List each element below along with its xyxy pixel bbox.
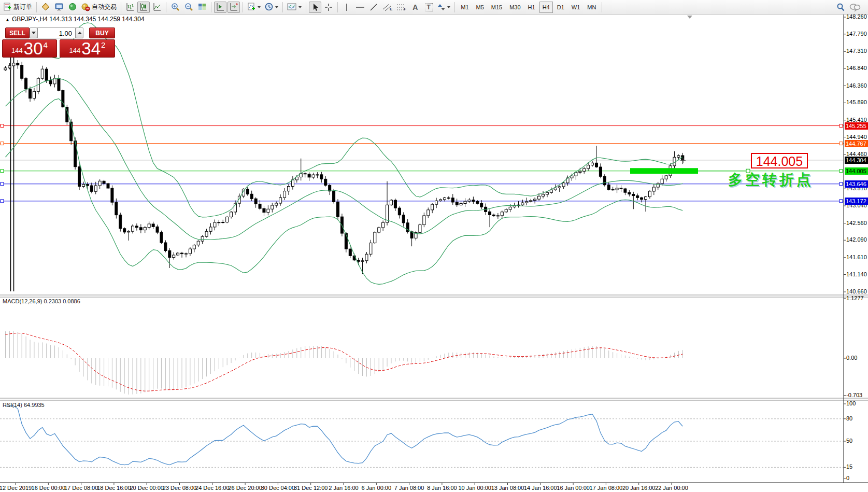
candles-group <box>4 47 684 291</box>
time-axis-label: 20 Jan 16:00 <box>622 485 656 491</box>
chart-shift-button[interactable] <box>227 2 240 13</box>
timeframe-button-m30[interactable]: M30 <box>506 2 523 13</box>
time-axis-label: 31 Dec 12:00 <box>294 485 328 491</box>
main-chart-canvas[interactable] <box>0 15 868 492</box>
time-axis-label: 7 Jan 08:00 <box>394 485 424 491</box>
volume-increment-button[interactable] <box>76 27 83 38</box>
bollinger-middle-band <box>6 79 683 240</box>
timeframe-button-h4[interactable]: H4 <box>539 2 553 13</box>
symbol-timeframe: GBPJPY-,H4 <box>12 16 48 23</box>
price-tick-label: 146.360 <box>846 82 867 89</box>
rsi-axis-label: 0 <box>846 475 849 481</box>
bollinger-lower-band <box>6 99 683 284</box>
timeframe-button-mn[interactable]: MN <box>584 2 599 13</box>
price-tag-144.304: 144.304 <box>845 157 868 164</box>
text-tool-button[interactable]: A <box>409 2 421 13</box>
volume-decrement-button[interactable] <box>30 27 37 38</box>
chat-bubbles-icon <box>849 3 861 12</box>
fibonacci-tool-button[interactable]: F <box>395 2 408 13</box>
bar-chart-mode-button[interactable] <box>124 2 136 13</box>
sell-button-label: SELL <box>9 30 25 37</box>
auto-trading-label: 自动交易 <box>92 3 117 11</box>
timeframe-button-m1[interactable]: M1 <box>458 2 472 13</box>
price-tick-label: 144.940 <box>846 134 867 140</box>
timeframe-button-w1[interactable]: W1 <box>568 2 584 13</box>
new-order-label: 新订单 <box>13 3 32 11</box>
separator <box>337 2 338 12</box>
new-order-button[interactable]: 新订单 <box>2 2 34 13</box>
tile-windows-button[interactable] <box>196 2 208 13</box>
channel-tool-button[interactable]: E <box>381 2 394 13</box>
separator <box>121 2 121 12</box>
templates-button[interactable] <box>286 2 303 13</box>
strategy-tester-button[interactable] <box>66 2 79 13</box>
price-tick-label: 147.790 <box>846 31 867 37</box>
line-chart-icon <box>153 3 162 11</box>
separator <box>243 2 243 12</box>
price-tick-label: 142.560 <box>846 220 867 226</box>
candlestick-mode-button[interactable] <box>137 2 150 13</box>
volume-input[interactable]: 1.00 <box>37 27 76 38</box>
time-axis-label: 17 Jan 08:00 <box>590 485 623 491</box>
time-axis-label: 20 Dec 00:00 <box>130 485 163 491</box>
timeframe-group: M1M5M15M30H1H4D1W1MN <box>457 2 600 13</box>
buy-price-display[interactable]: 144 34 2 <box>60 39 115 58</box>
symbol-info-line[interactable]: ▲GBPJPY-,H4 144.313 144.345 144.259 144.… <box>5 16 145 23</box>
auto-scroll-button[interactable] <box>214 2 226 13</box>
buy-button[interactable]: BUY <box>89 27 115 38</box>
macd-axis-label: 1.1277 <box>846 295 864 301</box>
chat-button[interactable] <box>848 2 862 13</box>
vertical-line-icon <box>343 3 350 11</box>
time-axis-label: 12 Dec 2019 <box>0 485 32 491</box>
text-label-tool-button[interactable]: T <box>422 2 435 13</box>
zoom-out-button[interactable] <box>182 2 195 13</box>
chart-area[interactable]: ▲GBPJPY-,H4 144.313 144.345 144.259 144.… <box>0 15 868 492</box>
trendline-tool-button[interactable] <box>367 2 380 13</box>
channel-glyph: E <box>390 7 392 11</box>
sell-price-display[interactable]: 144 30 4 <box>2 39 57 58</box>
macd-label-name: MACD(12,26,9) <box>3 298 42 304</box>
collapse-arrow-icon[interactable]: ▲ <box>5 17 10 22</box>
terminal-button[interactable] <box>53 2 65 13</box>
crosshair-icon <box>324 3 333 11</box>
timeframe-button-h1[interactable]: H1 <box>525 2 538 13</box>
timeframe-button-m5[interactable]: M5 <box>473 2 487 13</box>
price-tag-145.255: 145.255 <box>845 122 868 130</box>
buy-price-main: 34 <box>81 41 101 56</box>
text-label-icon: T <box>425 3 433 11</box>
chart-shift-marker-icon[interactable] <box>687 16 692 19</box>
horizontal-line-tool-button[interactable] <box>354 2 366 13</box>
ohlc-readout: 144.313 144.345 144.259 144.304 <box>49 16 145 23</box>
time-axis-label: 2 Jan 16:00 <box>329 485 359 491</box>
crosshair-tool-button[interactable] <box>322 2 335 13</box>
indicators-button[interactable] <box>246 2 262 13</box>
vertical-line-tool-button[interactable] <box>340 2 353 13</box>
time-axis-label: 18 Dec 16:00 <box>97 485 131 491</box>
price-annotation-box[interactable]: 144.005 <box>751 153 808 168</box>
bollinger-bands-group <box>6 23 683 285</box>
arrow-objects-icon <box>437 3 446 11</box>
periods-button[interactable] <box>263 2 280 13</box>
line-chart-mode-button[interactable] <box>151 2 163 13</box>
price-tick-label: 146.840 <box>846 65 867 71</box>
macd-axis-label: 0.00 <box>846 355 857 361</box>
separator <box>282 2 283 12</box>
search-button[interactable] <box>834 2 847 13</box>
buy-price-base: 144 <box>69 47 81 54</box>
time-axis-label: 6 Jan 00:00 <box>362 485 392 491</box>
clock-icon <box>265 3 274 11</box>
chinese-note-text[interactable]: 多空转折点 <box>728 170 814 190</box>
zoom-in-button[interactable] <box>169 2 181 13</box>
timeframe-button-m15[interactable]: M15 <box>488 2 505 13</box>
indicator-window-icon <box>287 3 297 11</box>
sell-button[interactable]: SELL <box>5 27 30 38</box>
zoom-in-icon <box>171 3 180 11</box>
cursor-tool-button[interactable] <box>309 2 321 13</box>
timeframe-button-d1[interactable]: D1 <box>554 2 567 13</box>
auto-trading-button[interactable]: 自动交易 <box>80 2 118 13</box>
market-watch-button[interactable] <box>39 2 52 13</box>
time-axis-label: 13 Jan 08:00 <box>491 485 524 491</box>
rsi-axis-label: 50 <box>846 438 852 444</box>
arrows-tool-button[interactable] <box>436 2 452 13</box>
time-axis-label: 10 Jan 00:00 <box>458 485 491 491</box>
